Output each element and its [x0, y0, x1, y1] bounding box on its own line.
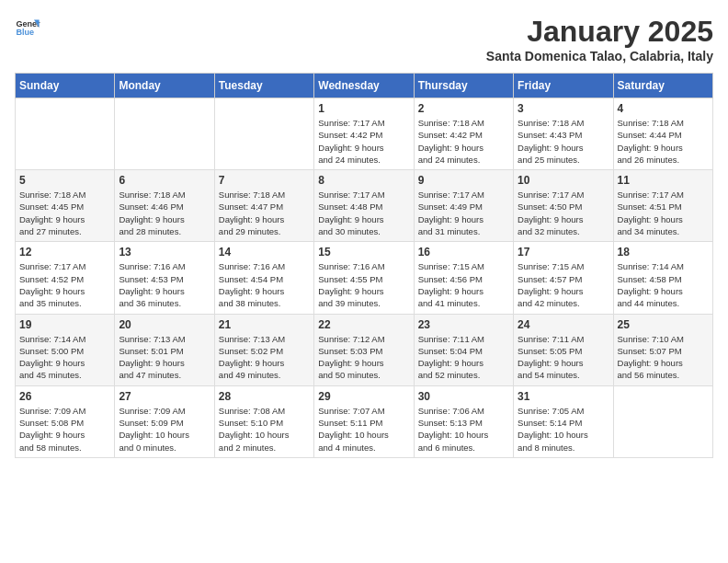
day-info: Sunrise: 7:13 AMSunset: 5:01 PMDaylight:…	[119, 333, 210, 382]
day-number: 11	[618, 174, 709, 187]
calendar-cell: 19Sunrise: 7:14 AMSunset: 5:00 PMDayligh…	[16, 314, 115, 385]
calendar-cell: 10Sunrise: 7:17 AMSunset: 4:50 PMDayligh…	[514, 170, 613, 242]
day-number: 15	[318, 246, 409, 259]
day-number: 20	[119, 318, 210, 331]
day-info: Sunrise: 7:07 AMSunset: 5:11 PMDaylight:…	[318, 405, 409, 454]
calendar-cell: 12Sunrise: 7:17 AMSunset: 4:52 PMDayligh…	[16, 242, 115, 314]
weekday-header-row: SundayMondayTuesdayWednesdayThursdayFrid…	[16, 74, 713, 98]
calendar-cell: 5Sunrise: 7:18 AMSunset: 4:45 PMDaylight…	[16, 170, 115, 242]
calendar-cell: 31Sunrise: 7:05 AMSunset: 5:14 PMDayligh…	[514, 385, 613, 457]
day-info: Sunrise: 7:09 AMSunset: 5:09 PMDaylight:…	[119, 405, 210, 454]
weekday-header-saturday: Saturday	[613, 74, 712, 98]
day-info: Sunrise: 7:14 AMSunset: 5:00 PMDaylight:…	[19, 333, 110, 382]
day-number: 9	[418, 174, 509, 187]
day-info: Sunrise: 7:12 AMSunset: 5:03 PMDaylight:…	[318, 333, 409, 382]
day-info: Sunrise: 7:17 AMSunset: 4:48 PMDaylight:…	[318, 189, 409, 237]
day-info: Sunrise: 7:18 AMSunset: 4:42 PMDaylight:…	[418, 117, 509, 166]
weekday-header-tuesday: Tuesday	[214, 74, 313, 98]
calendar-cell: 29Sunrise: 7:07 AMSunset: 5:11 PMDayligh…	[314, 385, 414, 457]
day-number: 14	[219, 246, 310, 259]
day-number: 26	[19, 390, 110, 403]
day-number: 8	[318, 174, 409, 187]
day-number: 1	[318, 102, 409, 115]
calendar-cell: 27Sunrise: 7:09 AMSunset: 5:09 PMDayligh…	[115, 385, 214, 457]
day-number: 19	[19, 318, 110, 331]
day-number: 5	[19, 174, 110, 187]
calendar-cell: 30Sunrise: 7:06 AMSunset: 5:13 PMDayligh…	[414, 385, 513, 457]
calendar-cell: 18Sunrise: 7:14 AMSunset: 4:58 PMDayligh…	[613, 242, 712, 314]
calendar-cell: 25Sunrise: 7:10 AMSunset: 5:07 PMDayligh…	[613, 314, 712, 385]
calendar-cell: 11Sunrise: 7:17 AMSunset: 4:51 PMDayligh…	[613, 170, 712, 242]
day-number: 22	[318, 318, 409, 331]
logo: General Blue	[15, 15, 40, 40]
calendar-week-row: 12Sunrise: 7:17 AMSunset: 4:52 PMDayligh…	[16, 242, 713, 314]
calendar-cell: 4Sunrise: 7:18 AMSunset: 4:44 PMDaylight…	[613, 98, 712, 170]
day-number: 23	[418, 318, 509, 331]
day-info: Sunrise: 7:11 AMSunset: 5:05 PMDaylight:…	[518, 333, 609, 382]
day-info: Sunrise: 7:18 AMSunset: 4:46 PMDaylight:…	[119, 189, 210, 237]
day-number: 16	[418, 246, 509, 259]
day-number: 31	[518, 390, 609, 403]
day-info: Sunrise: 7:17 AMSunset: 4:49 PMDaylight:…	[418, 189, 509, 237]
day-number: 10	[518, 174, 609, 187]
calendar-cell: 17Sunrise: 7:15 AMSunset: 4:57 PMDayligh…	[514, 242, 613, 314]
weekday-header-thursday: Thursday	[414, 74, 513, 98]
calendar-cell: 21Sunrise: 7:13 AMSunset: 5:02 PMDayligh…	[214, 314, 313, 385]
calendar-cell: 28Sunrise: 7:08 AMSunset: 5:10 PMDayligh…	[214, 385, 313, 457]
calendar-cell: 9Sunrise: 7:17 AMSunset: 4:49 PMDaylight…	[414, 170, 513, 242]
calendar-table: SundayMondayTuesdayWednesdayThursdayFrid…	[15, 73, 713, 458]
calendar-cell	[115, 98, 214, 170]
day-info: Sunrise: 7:05 AMSunset: 5:14 PMDaylight:…	[518, 405, 609, 454]
day-info: Sunrise: 7:18 AMSunset: 4:45 PMDaylight:…	[19, 189, 110, 237]
day-number: 28	[219, 390, 310, 403]
day-number: 7	[219, 174, 310, 187]
day-info: Sunrise: 7:16 AMSunset: 4:55 PMDaylight:…	[318, 260, 409, 309]
calendar-week-row: 1Sunrise: 7:17 AMSunset: 4:42 PMDaylight…	[16, 98, 713, 170]
day-info: Sunrise: 7:18 AMSunset: 4:44 PMDaylight:…	[618, 117, 709, 166]
day-number: 29	[318, 390, 409, 403]
day-info: Sunrise: 7:17 AMSunset: 4:52 PMDaylight:…	[19, 260, 110, 309]
day-number: 13	[119, 246, 210, 259]
calendar-cell	[16, 98, 115, 170]
calendar-cell	[214, 98, 313, 170]
day-number: 24	[518, 318, 609, 331]
day-number: 3	[518, 102, 609, 115]
page-header: General Blue January 2025 Santa Domenica…	[15, 15, 713, 63]
day-info: Sunrise: 7:16 AMSunset: 4:53 PMDaylight:…	[119, 260, 210, 309]
calendar-cell: 7Sunrise: 7:18 AMSunset: 4:47 PMDaylight…	[214, 170, 313, 242]
day-number: 30	[418, 390, 509, 403]
day-number: 25	[618, 318, 709, 331]
calendar-week-row: 5Sunrise: 7:18 AMSunset: 4:45 PMDaylight…	[16, 170, 713, 242]
day-number: 6	[119, 174, 210, 187]
calendar-cell: 14Sunrise: 7:16 AMSunset: 4:54 PMDayligh…	[214, 242, 313, 314]
day-info: Sunrise: 7:17 AMSunset: 4:42 PMDaylight:…	[318, 117, 409, 166]
calendar-cell: 3Sunrise: 7:18 AMSunset: 4:43 PMDaylight…	[514, 98, 613, 170]
location-subtitle: Santa Domenica Talao, Calabria, Italy	[486, 49, 713, 63]
day-info: Sunrise: 7:11 AMSunset: 5:04 PMDaylight:…	[418, 333, 509, 382]
calendar-cell: 1Sunrise: 7:17 AMSunset: 4:42 PMDaylight…	[314, 98, 414, 170]
title-area: January 2025 Santa Domenica Talao, Calab…	[486, 15, 713, 63]
day-number: 27	[119, 390, 210, 403]
weekday-header-sunday: Sunday	[16, 74, 115, 98]
calendar-cell: 6Sunrise: 7:18 AMSunset: 4:46 PMDaylight…	[115, 170, 214, 242]
calendar-cell: 13Sunrise: 7:16 AMSunset: 4:53 PMDayligh…	[115, 242, 214, 314]
logo-icon: General Blue	[15, 15, 40, 40]
day-info: Sunrise: 7:17 AMSunset: 4:50 PMDaylight:…	[518, 189, 609, 237]
calendar-cell: 26Sunrise: 7:09 AMSunset: 5:08 PMDayligh…	[16, 385, 115, 457]
calendar-cell: 16Sunrise: 7:15 AMSunset: 4:56 PMDayligh…	[414, 242, 513, 314]
day-info: Sunrise: 7:10 AMSunset: 5:07 PMDaylight:…	[618, 333, 709, 382]
day-info: Sunrise: 7:18 AMSunset: 4:43 PMDaylight:…	[518, 117, 609, 166]
day-number: 17	[518, 246, 609, 259]
weekday-header-monday: Monday	[115, 74, 214, 98]
calendar-week-row: 19Sunrise: 7:14 AMSunset: 5:00 PMDayligh…	[16, 314, 713, 385]
calendar-cell: 2Sunrise: 7:18 AMSunset: 4:42 PMDaylight…	[414, 98, 513, 170]
day-info: Sunrise: 7:14 AMSunset: 4:58 PMDaylight:…	[618, 260, 709, 309]
day-info: Sunrise: 7:16 AMSunset: 4:54 PMDaylight:…	[219, 260, 310, 309]
calendar-cell: 8Sunrise: 7:17 AMSunset: 4:48 PMDaylight…	[314, 170, 414, 242]
calendar-cell: 22Sunrise: 7:12 AMSunset: 5:03 PMDayligh…	[314, 314, 414, 385]
day-number: 4	[618, 102, 709, 115]
calendar-week-row: 26Sunrise: 7:09 AMSunset: 5:08 PMDayligh…	[16, 385, 713, 457]
day-number: 12	[19, 246, 110, 259]
day-info: Sunrise: 7:08 AMSunset: 5:10 PMDaylight:…	[219, 405, 310, 454]
day-number: 2	[418, 102, 509, 115]
